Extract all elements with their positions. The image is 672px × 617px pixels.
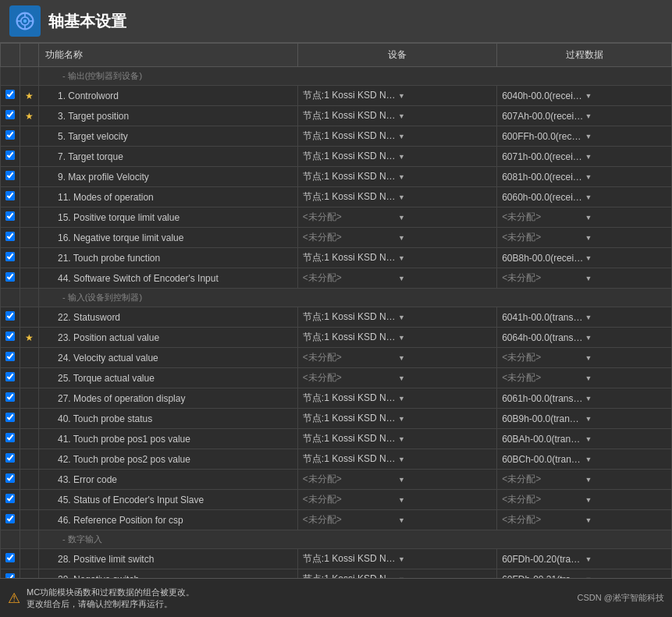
device-dropdown-arrow[interactable]: ▼ — [398, 275, 492, 282]
table-row[interactable]: ★ 23. Position actual value 节点:1 Kossi K… — [1, 328, 672, 348]
row-check-cell[interactable] — [1, 549, 20, 569]
table-row[interactable]: 44. Software Switch of Encoder's Input <… — [1, 268, 672, 289]
device-dropdown-arrow[interactable]: ▼ — [398, 456, 492, 463]
table-row[interactable]: 27. Modes of operation display 节点:1 Koss… — [1, 388, 672, 409]
row-process-cell[interactable]: 60FDh-00.21(transmit ▼ — [497, 569, 672, 579]
device-dropdown-arrow[interactable]: ▼ — [398, 314, 492, 321]
device-dropdown-arrow[interactable]: ▼ — [398, 234, 492, 242]
row-check-cell[interactable] — [1, 328, 20, 348]
row-check-cell[interactable] — [1, 106, 20, 126]
row-check-cell[interactable] — [1, 429, 20, 449]
device-dropdown-arrow[interactable]: ▼ — [398, 354, 492, 362]
process-dropdown-arrow[interactable]: ▼ — [585, 395, 667, 402]
row-device-cell[interactable]: <未分配> ▼ — [297, 348, 496, 368]
table-row[interactable]: 29. Negative switch 节点:1 Kossi KSD N2 Dr… — [1, 569, 672, 579]
row-checkbox[interactable] — [5, 473, 15, 483]
table-row[interactable]: - 数字输入 — [1, 530, 672, 549]
row-checkbox[interactable] — [5, 110, 15, 119]
process-dropdown-arrow[interactable]: ▼ — [585, 214, 667, 222]
row-check-cell[interactable] — [1, 187, 20, 207]
process-dropdown-arrow[interactable]: ▼ — [585, 435, 667, 443]
row-process-cell[interactable]: <未分配> ▼ — [497, 470, 672, 490]
row-check-cell[interactable] — [1, 207, 20, 228]
row-device-cell[interactable]: <未分配> ▼ — [297, 490, 496, 510]
row-check-cell[interactable] — [1, 86, 20, 106]
row-device-cell[interactable]: <未分配> ▼ — [297, 268, 496, 289]
table-row[interactable]: 42. Touch probe pos2 pos value 节点:1 Koss… — [1, 449, 672, 470]
device-dropdown-arrow[interactable]: ▼ — [398, 374, 492, 382]
device-dropdown-arrow[interactable]: ▼ — [398, 395, 492, 402]
device-dropdown-arrow[interactable]: ▼ — [398, 476, 492, 484]
table-row[interactable]: 46. Reference Position for csp <未分配> ▼ <… — [1, 510, 672, 530]
device-dropdown-arrow[interactable]: ▼ — [398, 496, 492, 504]
row-checkbox[interactable] — [5, 232, 15, 241]
row-check-cell[interactable] — [1, 167, 20, 187]
row-checkbox[interactable] — [5, 392, 15, 402]
row-check-cell[interactable] — [1, 348, 20, 368]
row-checkbox[interactable] — [5, 151, 15, 160]
row-checkbox[interactable] — [5, 171, 15, 180]
row-checkbox[interactable] — [5, 573, 15, 578]
row-check-cell[interactable] — [1, 470, 20, 490]
table-row[interactable]: - 输出(控制器到设备) — [1, 67, 672, 86]
table-row[interactable]: 7. Target torque 节点:1 Kossi KSD N2 Drive… — [1, 147, 672, 167]
row-process-cell[interactable]: <未分配> ▼ — [497, 268, 672, 289]
row-checkbox[interactable] — [5, 494, 15, 503]
row-device-cell[interactable]: 节点:1 Kossi KSD N2 Drive V021 ▼ — [297, 328, 496, 348]
process-dropdown-arrow[interactable]: ▼ — [585, 234, 667, 242]
row-process-cell[interactable]: 6061h-00.0(transmit p ▼ — [497, 388, 672, 409]
process-dropdown-arrow[interactable]: ▼ — [585, 555, 667, 563]
row-process-cell[interactable]: 6040h-00.0(receive pd ▼ — [497, 86, 672, 106]
process-dropdown-arrow[interactable]: ▼ — [585, 173, 667, 181]
process-dropdown-arrow[interactable]: ▼ — [585, 112, 667, 120]
row-check-cell[interactable] — [1, 248, 20, 268]
row-device-cell[interactable]: 节点:1 Kossi KSD N2 Drive V021 ▼ — [297, 409, 496, 429]
device-dropdown-arrow[interactable]: ▼ — [398, 576, 492, 579]
row-checkbox[interactable] — [5, 191, 15, 200]
process-dropdown-arrow[interactable]: ▼ — [585, 153, 667, 161]
table-row[interactable]: 21. Touch probe function 节点:1 Kossi KSD … — [1, 248, 672, 268]
row-checkbox[interactable] — [5, 433, 15, 442]
process-dropdown-arrow[interactable]: ▼ — [585, 354, 667, 362]
row-process-cell[interactable]: 60FDh-00.20(transmit ▼ — [497, 549, 672, 569]
row-device-cell[interactable]: 节点:1 Kossi KSD N2 Drive V021 ▼ — [297, 307, 496, 328]
row-process-cell[interactable]: 6060h-00.0(receive pd ▼ — [497, 187, 672, 207]
table-row[interactable]: ★ 1. Controlword 节点:1 Kossi KSD N2 Drive… — [1, 86, 672, 106]
table-row[interactable]: 40. Touch probe status 节点:1 Kossi KSD N2… — [1, 409, 672, 429]
table-row[interactable]: 45. Status of Encoder's Input Slave <未分配… — [1, 490, 672, 510]
row-process-cell[interactable]: 60BCh-00.0(transmit p ▼ — [497, 449, 672, 470]
row-process-cell[interactable]: 607Ah-00.0(receive pd ▼ — [497, 106, 672, 126]
row-device-cell[interactable]: <未分配> ▼ — [297, 368, 496, 388]
row-device-cell[interactable]: 节点:1 Kossi KSD N2 Drive V021 ▼ — [297, 449, 496, 470]
row-checkbox[interactable] — [5, 413, 15, 422]
table-row[interactable]: 9. Max profile Velocity 节点:1 Kossi KSD N… — [1, 167, 672, 187]
table-row[interactable]: 22. Statusword 节点:1 Kossi KSD N2 Drive V… — [1, 307, 672, 328]
table-row[interactable]: 43. Error code <未分配> ▼ <未分配> ▼ — [1, 470, 672, 490]
row-device-cell[interactable]: 节点:1 Kossi KSD N2 Drive V021 ▼ — [297, 429, 496, 449]
process-dropdown-arrow[interactable]: ▼ — [585, 275, 667, 282]
table-row[interactable]: 16. Negative torque limit value <未分配> ▼ … — [1, 228, 672, 248]
row-checkbox[interactable] — [5, 453, 15, 463]
row-process-cell[interactable]: <未分配> ▼ — [497, 228, 672, 248]
device-dropdown-arrow[interactable]: ▼ — [398, 92, 492, 100]
row-checkbox[interactable] — [5, 272, 15, 282]
row-check-cell[interactable] — [1, 147, 20, 167]
row-process-cell[interactable]: 60BAh-00.0(transmit p ▼ — [497, 429, 672, 449]
process-dropdown-arrow[interactable]: ▼ — [585, 254, 667, 262]
row-process-cell[interactable]: 6064h-00.0(transmit p ▼ — [497, 328, 672, 348]
process-dropdown-arrow[interactable]: ▼ — [585, 133, 667, 140]
table-row[interactable]: 28. Positive limit switch 节点:1 Kossi KSD… — [1, 549, 672, 569]
table-row[interactable]: 41. Touch probe pos1 pos value 节点:1 Koss… — [1, 429, 672, 449]
table-row[interactable]: - 输入(设备到控制器) — [1, 289, 672, 307]
row-check-cell[interactable] — [1, 490, 20, 510]
process-dropdown-arrow[interactable]: ▼ — [585, 314, 667, 321]
row-device-cell[interactable]: 节点:1 Kossi KSD N2 Drive V021 ▼ — [297, 388, 496, 409]
process-dropdown-arrow[interactable]: ▼ — [585, 576, 667, 579]
table-row[interactable]: 15. Positive torque limit value <未分配> ▼ … — [1, 207, 672, 228]
main-table-container[interactable]: 功能名称 设备 过程数据 - 输出(控制器到设备) ★ 1. Controlwo… — [0, 43, 672, 578]
process-dropdown-arrow[interactable]: ▼ — [585, 374, 667, 382]
row-device-cell[interactable]: 节点:1 Kossi KSD N2 Drive V021 ▼ — [297, 167, 496, 187]
process-dropdown-arrow[interactable]: ▼ — [585, 476, 667, 484]
row-checkbox[interactable] — [5, 332, 15, 341]
row-device-cell[interactable]: <未分配> ▼ — [297, 470, 496, 490]
